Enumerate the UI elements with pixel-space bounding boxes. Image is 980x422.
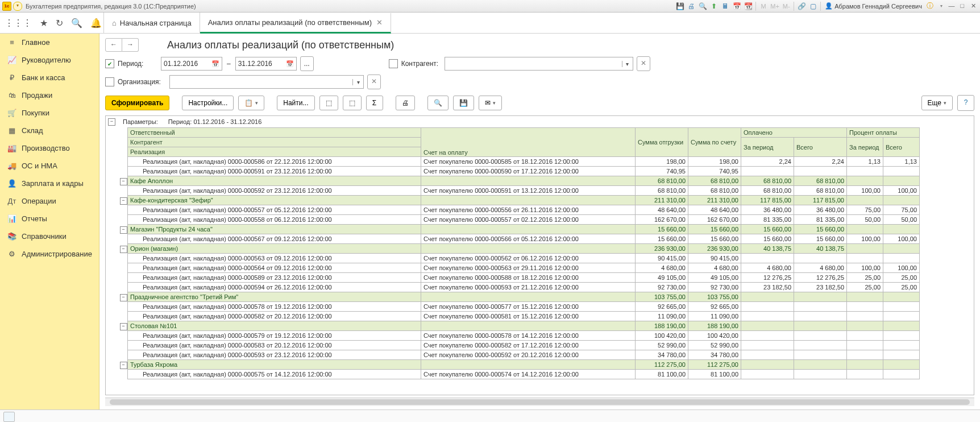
save-icon[interactable]: 💾: [675, 2, 685, 11]
collapse-button[interactable]: ⬚: [343, 96, 362, 110]
preview-report-button[interactable]: 🔍: [427, 96, 449, 110]
sidebar-item-1[interactable]: 📈Руководителю: [0, 51, 99, 69]
info-dropdown-icon[interactable]: ▾: [936, 2, 946, 11]
table-row[interactable]: Реализация (акт, накладная) 0000-000592 …: [119, 186, 920, 196]
settings-button[interactable]: Настройки...: [182, 96, 234, 110]
table-row[interactable]: −Столовая №101188 190,00188 190,00: [119, 321, 920, 331]
table-row[interactable]: −Магазин "Продукты 24 часа"15 660,0015 6…: [119, 225, 920, 234]
nav-forward-button[interactable]: →: [122, 38, 139, 52]
outline-toggle-top[interactable]: −: [108, 118, 115, 126]
sidebar-item-12[interactable]: ⚙Администрирование: [0, 245, 99, 263]
scrollbar-thumb[interactable]: [110, 399, 970, 405]
period-checkbox[interactable]: ✔: [105, 59, 114, 68]
table-row[interactable]: Реализация (акт, накладная) 0000-000586 …: [119, 157, 920, 167]
table-row[interactable]: Реализация (акт, накладная) 0000-000575 …: [119, 370, 920, 379]
group-toggle-icon[interactable]: −: [120, 197, 127, 205]
current-user[interactable]: 👤 Абрамов Геннадий Сергеевич: [825, 2, 922, 10]
table-row[interactable]: Реализация (акт, накладная) 0000-000583 …: [119, 341, 920, 350]
mem-mplus-button[interactable]: M+: [770, 2, 780, 11]
table-row[interactable]: Реализация (акт, накладная) 0000-000591 …: [119, 167, 920, 176]
table-row[interactable]: Реализация (акт, накладная) 0000-000594 …: [119, 283, 920, 292]
period-picker-button[interactable]: ...: [300, 56, 314, 71]
table-row[interactable]: Реализация (акт, накладная) 0000-000567 …: [119, 234, 920, 244]
mem-mminus-button[interactable]: M-: [781, 2, 791, 11]
group-toggle-icon[interactable]: −: [120, 323, 127, 330]
sidebar-item-10[interactable]: 📊Отчеты: [0, 210, 99, 227]
send-email-button[interactable]: ✉▾: [479, 96, 502, 110]
horizontal-scrollbar[interactable]: [105, 398, 974, 406]
sidebar-item-9[interactable]: ДтОперации: [0, 192, 99, 210]
table-row[interactable]: −Праздничное агентство "Третий Рим"103 7…: [119, 292, 920, 302]
find-button[interactable]: Найти...: [277, 96, 314, 110]
variants-button[interactable]: 📋▾: [238, 96, 264, 110]
table-row[interactable]: −Кафе-кондитерская "Зефир"211 310,00211 …: [119, 196, 920, 205]
contragent-clear-button[interactable]: ✕: [637, 56, 650, 71]
calculator-icon[interactable]: 🖩: [720, 2, 730, 11]
favorites-icon[interactable]: ★: [40, 18, 48, 28]
sidebar-item-5[interactable]: ▦Склад: [0, 122, 99, 139]
calendar-to-icon[interactable]: 📅: [286, 60, 294, 68]
calendar-icon[interactable]: 📅: [732, 2, 742, 11]
link-icon[interactable]: 🔗: [796, 2, 807, 11]
group-toggle-icon[interactable]: −: [120, 178, 127, 185]
sidebar-item-11[interactable]: 📚Справочники: [0, 227, 99, 245]
table-row[interactable]: −Турбаза Яхрома112 275,00112 275,00: [119, 360, 920, 370]
minimize-button[interactable]: —: [947, 2, 956, 9]
nav-back-button[interactable]: ←: [105, 38, 122, 52]
search-icon[interactable]: 🔍: [71, 18, 82, 28]
contragent-checkbox[interactable]: [389, 59, 398, 68]
panel-toggle-icon[interactable]: [3, 412, 15, 422]
contragent-dropdown-icon[interactable]: ▾: [622, 61, 633, 67]
org-clear-button[interactable]: ✕: [367, 75, 381, 89]
sidebar-item-8[interactable]: 👤Зарплата и кадры: [0, 175, 99, 192]
apps-icon[interactable]: ⋮⋮⋮: [5, 18, 32, 28]
more-button[interactable]: Еще ▾: [921, 96, 953, 110]
group-toggle-icon[interactable]: −: [120, 362, 127, 369]
tab-close-icon[interactable]: ✕: [376, 18, 383, 27]
sum-button[interactable]: Σ: [366, 96, 383, 110]
generate-button[interactable]: Сформировать: [105, 96, 169, 110]
sidebar-item-2[interactable]: ₽Банк и касса: [0, 69, 99, 86]
app-menu-dropdown-icon[interactable]: ▾: [13, 2, 22, 11]
compare-icon[interactable]: ⬆: [709, 2, 719, 11]
table-row[interactable]: Реализация (акт, накладная) 0000-000593 …: [119, 350, 920, 360]
sidebar-item-3[interactable]: 🛍Продажи: [0, 86, 99, 104]
table-row[interactable]: −Орион (магазин)236 930,00236 930,0040 1…: [119, 244, 920, 254]
date-to-input[interactable]: 31.12.2016 📅: [235, 57, 297, 71]
sidebar-item-7[interactable]: 🚚ОС и НМА: [0, 157, 99, 175]
group-toggle-icon[interactable]: −: [120, 294, 127, 301]
print-icon[interactable]: 🖨: [686, 2, 696, 11]
contragent-combo[interactable]: ▾: [445, 57, 633, 71]
table-row[interactable]: Реализация (акт, накладная) 0000-000578 …: [119, 302, 920, 312]
history-icon[interactable]: ↻: [56, 18, 63, 28]
table-row[interactable]: Реализация (акт, накладная) 0000-000563 …: [119, 254, 920, 263]
group-toggle-icon[interactable]: −: [120, 246, 127, 253]
help-button[interactable]: ?: [957, 95, 974, 111]
sidebar-item-4[interactable]: 🛒Покупки: [0, 104, 99, 122]
org-checkbox[interactable]: [105, 77, 114, 86]
preview-icon[interactable]: 🔍: [697, 2, 708, 11]
calendar-from-icon[interactable]: 📅: [211, 60, 219, 68]
table-row[interactable]: Реализация (акт, накладная) 0000-000582 …: [119, 312, 920, 321]
table-row[interactable]: −Кафе Аполлон68 810,0068 810,0068 810,00…: [119, 176, 920, 186]
print-report-button[interactable]: 🖨: [396, 96, 415, 110]
mem-m-button[interactable]: M: [758, 2, 769, 11]
org-dropdown-icon[interactable]: ▾: [352, 79, 363, 85]
notifications-icon[interactable]: 🔔: [90, 18, 102, 28]
maximize-button[interactable]: □: [958, 2, 967, 9]
table-row[interactable]: Реализация (акт, накладная) 0000-000579 …: [119, 331, 920, 341]
tab-active[interactable]: Анализ оплаты реализаций (по ответственн…: [200, 13, 391, 34]
tab-home[interactable]: ⌂ Начальная страница: [103, 13, 200, 33]
sidebar-item-6[interactable]: 🏭Производство: [0, 139, 99, 157]
info-icon[interactable]: ⓘ: [925, 2, 935, 11]
table-row[interactable]: Реализация (акт, накладная) 0000-000558 …: [119, 215, 920, 225]
expand-button[interactable]: ⬚: [319, 96, 338, 110]
group-toggle-icon[interactable]: −: [120, 226, 127, 234]
sidebar-item-0[interactable]: ≡Главное: [0, 34, 99, 51]
org-combo[interactable]: ▾: [169, 75, 364, 89]
table-row[interactable]: Реализация (акт, накладная) 0000-000557 …: [119, 205, 920, 215]
calendar2-icon[interactable]: 📆: [743, 2, 753, 11]
table-row[interactable]: Реализация (акт, накладная) 0000-000564 …: [119, 263, 920, 273]
table-row[interactable]: Реализация (акт, накладная) 0000-000589 …: [119, 273, 920, 283]
save-report-button[interactable]: 💾: [453, 96, 474, 110]
